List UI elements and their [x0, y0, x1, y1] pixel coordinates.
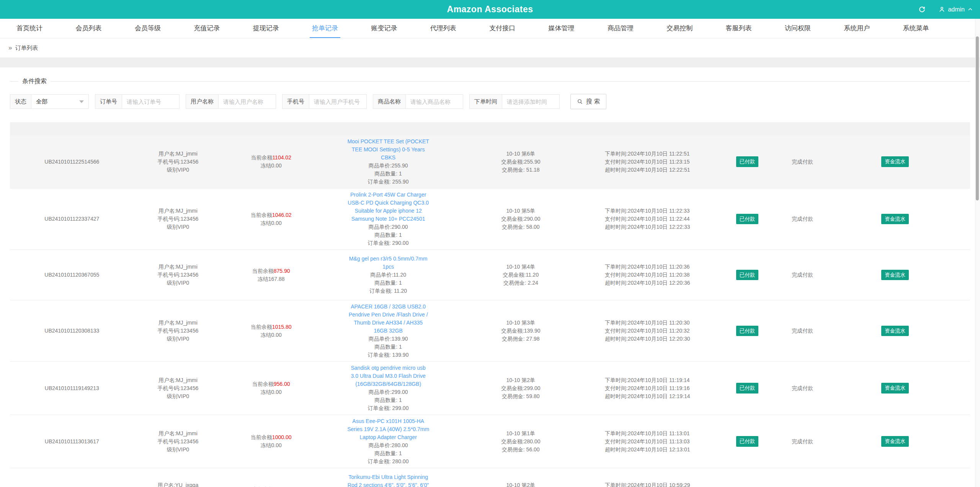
trade-commission: 交易佣金: 27.98 [459, 335, 582, 343]
search-button-label: 搜 索 [586, 98, 600, 106]
fund-flow-button[interactable]: 资金流水 [881, 326, 909, 336]
nav-tab[interactable]: 媒体管理 [532, 19, 591, 38]
user-level: 级别VIP0 [137, 392, 219, 400]
user-level: 级别VIP0 [137, 446, 219, 454]
frozen-amount: 冻结167.88 [225, 275, 317, 283]
order-status: 完成付款 [792, 216, 813, 222]
balance-line: 当前余额955.98 [225, 485, 317, 487]
nav-tab[interactable]: 商品管理 [591, 19, 650, 38]
fund-flow-button[interactable]: 资金流水 [881, 436, 909, 447]
balance-label: 当前余额 [251, 434, 272, 440]
search-field-label: 商品名称 [373, 94, 406, 109]
search-icon [577, 98, 583, 105]
product-unit-price: 商品单价:11.20 [323, 271, 453, 279]
nav-tab[interactable]: 访问权限 [768, 19, 827, 38]
frozen-amount: 冻结0.00 [225, 331, 317, 339]
order-amount: 订单金额: 139.90 [323, 351, 453, 359]
pay-time: 支付时间:2024年10月10日 11:19:16 [605, 384, 690, 392]
user-menu[interactable]: admin [939, 6, 973, 13]
product-link[interactable]: M&g gel pen r3/r5 0.5mm/0.7mm 1pcs [347, 255, 430, 271]
nav-tab[interactable]: 系统菜单 [887, 19, 946, 38]
nav-tab[interactable]: 会员列表 [59, 19, 118, 38]
paid-badge: 已付款 [736, 156, 759, 167]
topbar-actions: admin [918, 6, 973, 13]
user-name: 用户名:MJ_jmmi [137, 150, 219, 158]
user-icon [939, 6, 945, 13]
nav-tab[interactable]: 交易控制 [650, 19, 709, 38]
nav-tab-label: 访问权限 [782, 19, 813, 38]
column-header [10, 122, 134, 135]
column-header [785, 122, 820, 135]
nav-tab[interactable]: 客服列表 [709, 19, 768, 38]
refresh-icon[interactable] [918, 6, 926, 13]
username-label: admin [948, 6, 965, 13]
order-status: 完成付款 [792, 328, 813, 334]
nav-tab[interactable]: 充值记录 [177, 19, 236, 38]
search-filter-row: 状态 全部 订单号 用户名称 手机号 商品名称 下单时间 [10, 94, 980, 109]
product-link[interactable]: Mooi POCKET TEE Set (POCKET TEE MOOI Set… [347, 138, 430, 162]
main-nav: 首页统计 会员列表 会员等级 充值记录 提现记录 抢单记录 账变记录 代理列表 … [0, 19, 980, 38]
search-fields: 订单号 用户名称 手机号 商品名称 下单时间 [95, 94, 560, 109]
balance-amount: 1104.02 [272, 154, 291, 161]
product-link[interactable]: Asus Eee-PC x101H 1005-HA Series 19V 2.1… [347, 417, 430, 441]
grab-round: 10-10 第1单 [459, 430, 582, 438]
pay-time: 支付时间:2024年10月10日 11:20:32 [605, 327, 690, 335]
balance-label: 当前余额 [251, 324, 272, 330]
order-amount: 订单金额: 11.20 [323, 287, 453, 295]
fund-flow-button[interactable]: 资金流水 [881, 214, 909, 225]
paid-badge: 已付款 [736, 214, 759, 225]
product-link[interactable]: APACER 16GB / 32GB USB2.0 Pendrive Pen D… [347, 303, 430, 335]
page-title: 订单列表 [15, 44, 38, 52]
divider [0, 57, 980, 67]
product-link[interactable]: Torikumu-Ebi Ultra Light Spinning Rod 2 … [347, 473, 430, 487]
pay-time: 支付时间:2024年10月10日 11:23:15 [605, 158, 690, 166]
order-number: UB2410101113013617 [45, 438, 99, 444]
search-field-label: 订单号 [95, 94, 122, 109]
trade-amount: 交易金额:11.20 [459, 271, 582, 279]
product-link[interactable]: Prolink 2-Port 45W Car Charger USB-C PD … [347, 191, 430, 223]
balance-amount: 1046.02 [272, 212, 292, 218]
user-name: 用户名:MJ_jmmi [137, 430, 219, 438]
nav-tab-label: 会员等级 [132, 19, 163, 38]
order-amount: 订单金额: 299.00 [323, 404, 453, 412]
paid-badge: 已付款 [736, 270, 759, 280]
search-input[interactable] [219, 94, 276, 109]
nav-tab[interactable]: 代理列表 [414, 19, 473, 38]
product-link[interactable]: Sandisk otg pendrive micro usb 3.0 Ultra… [347, 364, 430, 388]
nav-tab[interactable]: 账变记录 [354, 19, 413, 38]
frozen-amount: 冻结0.00 [225, 219, 317, 227]
grab-round: 10-10 第3单 [459, 319, 582, 327]
user-level: 级别VIP0 [137, 279, 219, 287]
time-block: 下单时间:2024年10月10日 11:22:51 支付时间:2024年10月1… [605, 150, 690, 174]
fund-flow-button[interactable]: 资金流水 [881, 383, 909, 394]
nav-tab[interactable]: 支付接口 [473, 19, 532, 38]
nav-tab-label: 账变记录 [369, 19, 399, 38]
search-input[interactable] [309, 94, 367, 109]
search-input[interactable] [406, 94, 463, 109]
time-block: 下单时间:2024年10月10日 11:20:36 支付时间:2024年10月1… [605, 263, 690, 287]
nav-tab[interactable]: 首页统计 [0, 19, 59, 38]
table-row: UB2410101120367055 用户名:MJ_jmmi 手机号码:1234… [10, 250, 970, 300]
table-row: UB2410101122337427 用户名:MJ_jmmi 手机号码:1234… [10, 189, 970, 250]
search-input[interactable] [122, 94, 180, 109]
nav-tab-label: 媒体管理 [546, 19, 577, 38]
nav-tab[interactable]: 提现记录 [237, 19, 296, 38]
search-field: 用户名称 [186, 94, 276, 109]
frozen-amount: 冻结0.00 [225, 388, 317, 396]
order-time: 下单时间:2024年10月10日 11:20:36 [605, 263, 690, 271]
user-name: 用户名:MJ_jmmi [137, 263, 219, 271]
search-button[interactable]: 搜 索 [570, 94, 606, 109]
nav-tab[interactable]: 会员等级 [118, 19, 177, 38]
fund-flow-button[interactable]: 资金流水 [881, 156, 909, 167]
fund-flow-button[interactable]: 资金流水 [881, 270, 909, 280]
timeout-time: 超时时间:2024年10月10日 12:22:33 [605, 223, 690, 231]
scrollbar-thumb[interactable] [976, 36, 979, 200]
nav-tab-label: 交易控制 [664, 19, 695, 38]
status-select[interactable]: 全部 [31, 94, 89, 109]
order-amount: 订单金额: 280.00 [323, 457, 453, 466]
nav-tab[interactable]: 抢单记录 [296, 19, 354, 38]
user-level: 级别VIP0 [137, 223, 219, 231]
nav-tab[interactable]: 系统用户 [827, 19, 886, 38]
user-phone: 手机号码:123456 [137, 327, 219, 335]
search-input[interactable] [502, 94, 560, 109]
